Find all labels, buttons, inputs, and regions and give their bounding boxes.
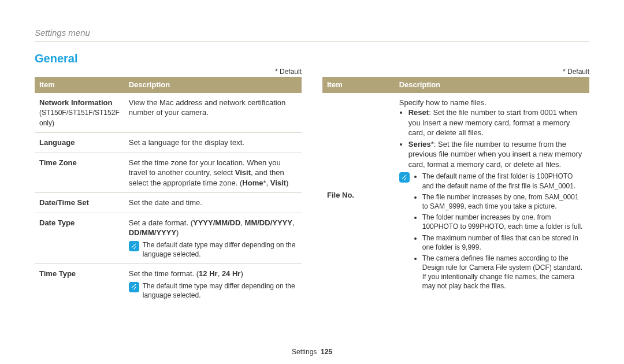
left-column: * Default Item Description Network Infor… [35, 68, 302, 304]
item-label: Time Zone [35, 153, 124, 193]
note-icon [129, 282, 139, 292]
table-row: Time TypeSet the time format. (12 Hr, 24… [35, 264, 302, 304]
note-block: The default name of the first folder is … [399, 172, 585, 292]
list-item: The camera defines file names according … [422, 254, 585, 291]
item-label: Time Type [35, 264, 124, 304]
list-item: The folder number increases by one, from… [422, 213, 585, 231]
list-item: The default name of the first folder is … [422, 172, 585, 190]
footer-page-number: 125 [321, 348, 332, 356]
default-note-right: * Default [322, 68, 589, 76]
item-description: View the Mac address and network certifi… [124, 93, 302, 133]
note-text: The default time type may differ dependi… [143, 281, 297, 300]
note-block: The default date type may differ dependi… [129, 240, 297, 259]
document-page: Settings menu General * Default Item Des… [0, 0, 624, 364]
col-header-description: Description [395, 77, 589, 93]
col-header-item: Item [35, 77, 124, 93]
item-description: Set the time format. (12 Hr, 24 Hr)The d… [124, 264, 302, 304]
item-label: File No. [322, 93, 395, 298]
note-icon [129, 241, 139, 251]
options-list: Reset: Set the file number to start from… [408, 107, 585, 169]
note-list: The default name of the first folder is … [422, 172, 585, 291]
list-item: Reset: Set the file number to start from… [408, 107, 585, 138]
note-content: The default name of the first folder is … [413, 172, 585, 292]
section-title: General [35, 52, 589, 65]
table-row: Network Information(ST150F/ST151F/ST152F… [35, 93, 302, 133]
table-row: Time ZoneSet the time zone for your loca… [35, 153, 302, 193]
table-row: File No. Specify how to name files. Rese… [322, 93, 589, 298]
footer-label: Settings [292, 348, 317, 356]
item-label: Language [35, 133, 124, 153]
breadcrumb: Settings menu [35, 28, 589, 38]
settings-table-right: Item Description File No. Specify how to… [322, 77, 589, 298]
col-header-description: Description [124, 77, 302, 93]
item-description: Specify how to name files. Reset: Set th… [395, 93, 589, 298]
item-description: Set the date and time. [124, 193, 302, 213]
list-item: The maximum number of files that can be … [422, 233, 585, 252]
item-label: Date Type [35, 213, 124, 263]
note-icon [399, 172, 410, 183]
table-row: Date/Time SetSet the date and time. [35, 193, 302, 213]
col-header-item: Item [322, 77, 395, 93]
page-footer: Settings 125 [0, 348, 624, 356]
item-description: Set a date format. (YYYY/MM/DD, MM/DD/YY… [124, 213, 302, 263]
intro-text: Specify how to name files. [399, 98, 585, 108]
settings-table-left: Item Description Network Information(ST1… [35, 77, 302, 304]
table-row: LanguageSet a language for the display t… [35, 133, 302, 153]
item-description: Set a language for the display text. [124, 133, 302, 153]
item-label: Date/Time Set [35, 193, 124, 213]
two-column-layout: * Default Item Description Network Infor… [35, 68, 589, 304]
note-text: The default date type may differ dependi… [143, 240, 297, 259]
table-row: Date TypeSet a date format. (YYYY/MM/DD,… [35, 213, 302, 263]
item-label: Network Information(ST150F/ST151F/ST152F… [35, 93, 124, 133]
item-description: Set the time zone for your location. Whe… [124, 153, 302, 193]
list-item: The file number increases by one, from S… [422, 192, 585, 211]
divider [35, 41, 589, 42]
right-column: * Default Item Description File No. Spec… [322, 68, 589, 304]
note-block: The default time type may differ dependi… [129, 281, 297, 300]
default-note-left: * Default [35, 68, 302, 76]
list-item: Series*: Set the file number to resume f… [408, 139, 585, 170]
